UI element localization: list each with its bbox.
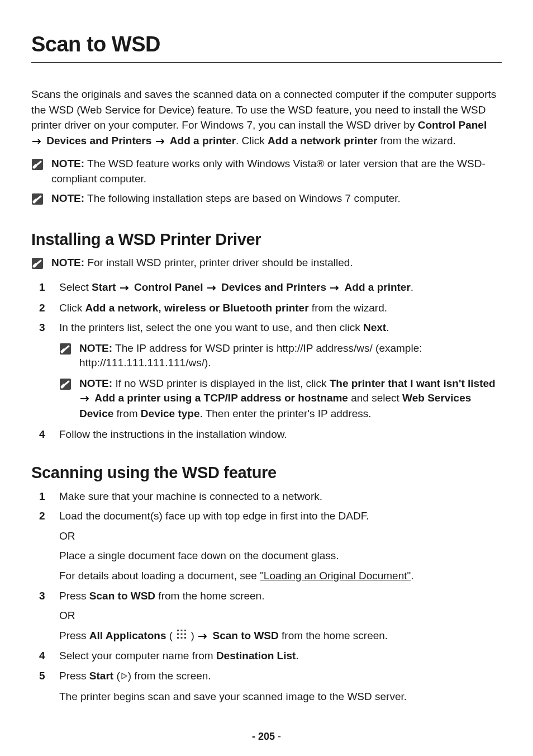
- svg-rect-12: [181, 630, 183, 631]
- section-heading-installing: Installing a WSD Printer Driver: [31, 230, 502, 249]
- section1-note-text: NOTE: For install WSD printer, printer d…: [51, 256, 502, 271]
- note-body: The WSD feature works only with Windows …: [51, 158, 486, 185]
- step-4: Select your computer name from Destinati…: [31, 648, 502, 664]
- step-text: ) from the screen.: [128, 670, 211, 682]
- note-bold: Add a printer using a TCP/IP address or …: [94, 392, 348, 404]
- intro-bold-add-network: Add a network printer: [268, 135, 377, 147]
- note-icon: [31, 158, 44, 175]
- arrow-icon: [120, 280, 130, 296]
- loading-document-link[interactable]: "Loading an Original Document": [260, 570, 411, 582]
- step-text: Load the document(s) face up with top ed…: [59, 508, 502, 524]
- note-body: . Then enter the printer's IP address.: [199, 408, 371, 419]
- intro-paragraph: Scans the originals and saves the scanne…: [31, 87, 502, 149]
- step-3: Press Scan to WSD from the home screen. …: [31, 588, 502, 644]
- note-1: NOTE: The WSD feature works only with Wi…: [31, 157, 502, 186]
- note-text: NOTE: The IP address for WSD printer is …: [79, 341, 502, 371]
- step-text: In the printers list, select the one you…: [59, 322, 363, 333]
- intro-text-3: from the wizard.: [377, 135, 455, 147]
- step-bold: Control Panel: [134, 281, 203, 293]
- note-body: The following installation steps are bas…: [84, 192, 401, 204]
- page-number-value: 205: [258, 731, 275, 742]
- step-bold: Scan to WSD: [89, 590, 155, 602]
- step-text: ): [188, 630, 197, 641]
- step-text: The printer begins scan and save your sc…: [59, 689, 502, 705]
- intro-bold-devices: Devices and Printers: [46, 135, 151, 147]
- step-text: (: [166, 630, 175, 641]
- note-icon: [31, 257, 44, 274]
- step-text: Select your computer name from: [59, 650, 216, 662]
- step-bold: Add a printer: [345, 281, 411, 293]
- step-4: Follow the instructions in the installat…: [31, 427, 502, 442]
- note-2: NOTE: The following installation steps a…: [31, 191, 502, 210]
- step-text: Select: [59, 281, 92, 293]
- step-bold: Destination List: [216, 650, 296, 662]
- step-bold: Next: [363, 322, 386, 333]
- svg-rect-15: [181, 633, 183, 635]
- intro-text-2: . Click: [236, 135, 268, 147]
- section-heading-scanning: Scanning using the WSD feature: [31, 464, 502, 482]
- step-bold: Devices and Printers: [221, 281, 326, 293]
- step-2: Load the document(s) face up with top ed…: [31, 508, 502, 583]
- step-text: Place a single document face down on the…: [59, 548, 502, 564]
- note-label: NOTE:: [79, 377, 112, 389]
- note-body: The IP address for WSD printer is http:/…: [79, 342, 422, 369]
- intro-bold-add-printer: Add a printer: [170, 135, 236, 147]
- note-label: NOTE:: [51, 257, 84, 268]
- step-text: Press: [59, 670, 89, 682]
- note-body: and select: [348, 392, 402, 404]
- play-triangle-icon: [120, 669, 128, 684]
- step-text: .: [411, 281, 413, 293]
- section1-steps: Select Start Control Panel Devices and P…: [31, 280, 502, 442]
- note-icon: [31, 193, 44, 210]
- note-bold: The printer that I want isn't listed: [330, 377, 496, 389]
- apps-grid-icon: [176, 629, 187, 644]
- svg-rect-16: [184, 633, 186, 635]
- svg-marker-21: [122, 673, 127, 679]
- step-text: For details about loading a document, se…: [59, 570, 260, 582]
- note-label: NOTE:: [51, 192, 84, 204]
- note-label: NOTE:: [79, 342, 112, 354]
- page-number: - 205 -: [31, 731, 502, 743]
- section1-note: NOTE: For install WSD printer, printer d…: [31, 256, 502, 274]
- svg-rect-11: [177, 630, 179, 631]
- arrow-icon: [80, 391, 91, 407]
- svg-rect-19: [184, 637, 186, 639]
- note-icon: [59, 378, 72, 395]
- arrow-icon: [207, 280, 217, 296]
- note-label: NOTE:: [51, 158, 84, 169]
- intro-bold-control-panel: Control Panel: [418, 119, 487, 131]
- page-title: Scan to WSD: [31, 32, 502, 63]
- step-text: Press: [59, 630, 89, 641]
- arrow-icon: [32, 134, 42, 149]
- step-text: from the home screen.: [155, 590, 264, 602]
- step-text: .: [296, 650, 298, 662]
- step-text: from the home screen.: [279, 630, 388, 641]
- step3-note2: NOTE: If no WSD printer is displayed in …: [59, 376, 502, 421]
- step-3: In the printers list, select the one you…: [31, 320, 502, 421]
- step3-note1: NOTE: The IP address for WSD printer is …: [59, 341, 502, 371]
- svg-rect-18: [181, 637, 183, 639]
- note-body: from: [113, 408, 141, 419]
- svg-rect-14: [177, 633, 179, 635]
- step-text: Follow the instructions in the installat…: [59, 428, 287, 440]
- section2-steps: Make sure that your machine is connected…: [31, 489, 502, 704]
- svg-rect-13: [184, 630, 186, 631]
- step-1: Make sure that your machine is connected…: [31, 489, 502, 504]
- note-2-text: NOTE: The following installation steps a…: [51, 191, 502, 206]
- step-text: (: [113, 670, 120, 682]
- note-1-text: NOTE: The WSD feature works only with Wi…: [51, 157, 502, 186]
- arrow-icon: [198, 629, 208, 644]
- step-bold: Start: [92, 281, 116, 293]
- note-icon: [59, 343, 72, 360]
- note-body: If no WSD printer is displayed in the li…: [112, 377, 330, 389]
- step-2: Click Add a network, wireless or Bluetoo…: [31, 300, 502, 316]
- note-text: NOTE: If no WSD printer is displayed in …: [79, 376, 502, 421]
- step-bold: Add a network, wireless or Bluetooth pri…: [85, 302, 308, 314]
- step-text: from the wizard.: [309, 302, 387, 314]
- step-1: Select Start Control Panel Devices and P…: [31, 280, 502, 296]
- step-or: OR: [59, 608, 502, 623]
- note-bold: Device type: [141, 408, 200, 419]
- arrow-icon: [156, 134, 166, 149]
- note-body: For install WSD printer, printer driver …: [84, 257, 353, 268]
- step-text: Make sure that your machine is connected…: [59, 490, 322, 502]
